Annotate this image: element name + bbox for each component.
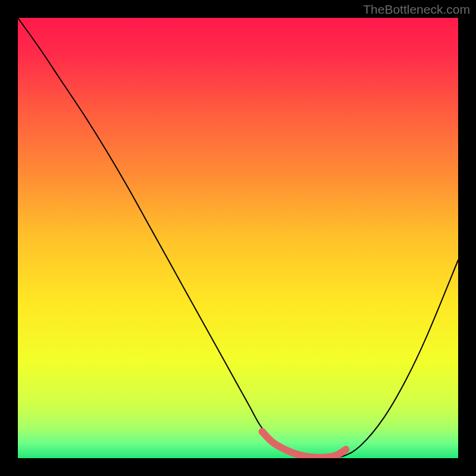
plot-area xyxy=(18,18,458,458)
curve-layer xyxy=(18,18,458,458)
optimal-range-highlight xyxy=(262,432,346,458)
optimal-range-dot xyxy=(259,428,266,436)
bottleneck-curve xyxy=(18,18,458,458)
attribution-text: TheBottleneck.com xyxy=(363,2,470,17)
chart-stage: TheBottleneck.com xyxy=(0,0,476,476)
